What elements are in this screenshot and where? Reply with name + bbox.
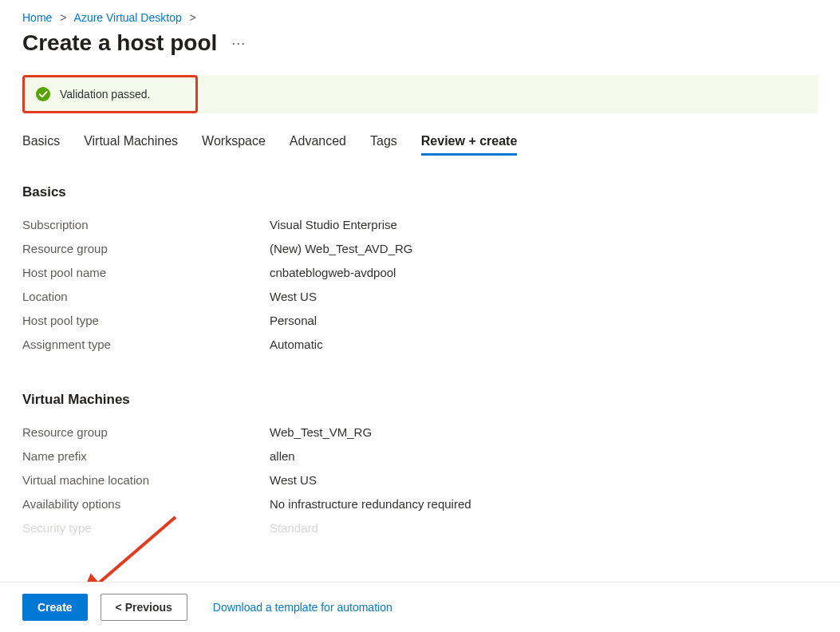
more-actions-icon[interactable]: ··· [231,35,246,52]
label-subscription: Subscription [22,213,270,237]
chevron-right-icon: > [60,11,66,24]
row-resource-group: Resource group (New) Web_Test_AVD_RG [22,237,818,261]
label-security-type: Security type [22,516,270,540]
section-heading-vms: Virtual Machines [22,392,818,408]
label-host-pool-name: Host pool name [22,261,270,285]
footer: Create < Previous Download a template fo… [0,582,840,632]
breadcrumb: Home > Azure Virtual Desktop > [22,11,818,24]
validation-highlight: Validation passed. [22,75,198,113]
row-vm-resource-group: Resource group Web_Test_VM_RG [22,421,818,444]
label-vm-location: Virtual machine location [22,468,270,492]
value-host-pool-type: Personal [270,309,317,333]
row-host-pool-name: Host pool name cnbateblogweb-avdpool [22,261,818,285]
tab-virtual-machines[interactable]: Virtual Machines [84,134,178,156]
label-host-pool-type: Host pool type [22,309,270,333]
tab-tags[interactable]: Tags [370,134,397,156]
row-availability-options: Availability options No infrastructure r… [22,492,818,516]
breadcrumb-avd[interactable]: Azure Virtual Desktop [74,11,182,24]
row-name-prefix: Name prefix allen [22,444,818,468]
chevron-right-icon: > [190,11,196,24]
check-circle-icon [36,87,50,101]
svg-point-0 [36,87,50,101]
tab-advanced[interactable]: Advanced [290,134,346,156]
label-vm-resource-group: Resource group [22,421,270,444]
row-location: Location West US [22,285,818,309]
value-resource-group: (New) Web_Test_AVD_RG [270,237,413,261]
page-title: Create a host pool [22,30,217,56]
label-assignment-type: Assignment type [22,333,270,357]
row-assignment-type: Assignment type Automatic [22,333,818,357]
breadcrumb-home[interactable]: Home [22,11,52,24]
tab-basics[interactable]: Basics [22,134,60,156]
tabs: Basics Virtual Machines Workspace Advanc… [22,134,818,156]
value-vm-resource-group: Web_Test_VM_RG [270,421,372,444]
value-vm-location: West US [270,468,317,492]
label-location: Location [22,285,270,309]
row-security-type: Security type Standard [22,516,818,540]
create-button[interactable]: Create [22,594,88,621]
value-name-prefix: allen [270,444,295,468]
label-availability-options: Availability options [22,492,270,516]
row-host-pool-type: Host pool type Personal [22,309,818,333]
value-security-type: Standard [270,516,318,540]
section-heading-basics: Basics [22,184,818,200]
value-host-pool-name: cnbateblogweb-avdpool [270,261,396,285]
label-name-prefix: Name prefix [22,444,270,468]
section-basics: Basics Subscription Visual Studio Enterp… [22,184,818,357]
tab-workspace[interactable]: Workspace [202,134,266,156]
tab-review-create[interactable]: Review + create [421,134,518,156]
value-location: West US [270,285,317,309]
value-assignment-type: Automatic [270,333,323,357]
previous-button[interactable]: < Previous [101,594,187,621]
row-vm-location: Virtual machine location West US [22,468,818,492]
value-subscription: Visual Studio Enterprise [270,213,397,237]
value-availability-options: No infrastructure redundancy required [270,492,471,516]
validation-message: Validation passed. [60,88,150,101]
validation-banner: Validation passed. [22,75,818,113]
label-resource-group: Resource group [22,237,270,261]
section-virtual-machines: Virtual Machines Resource group Web_Test… [22,392,818,540]
row-subscription: Subscription Visual Studio Enterprise [22,213,818,237]
download-template-link[interactable]: Download a template for automation [213,601,392,614]
